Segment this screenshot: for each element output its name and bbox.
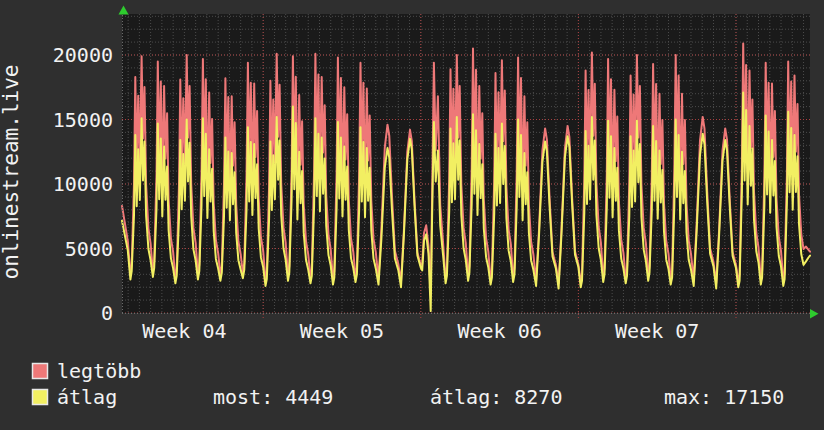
stats-row: most: 4449 átlag: 8270 max: 17150 bbox=[213, 385, 784, 409]
legend: legtöbb átlag bbox=[33, 359, 142, 409]
legend-label-avg: átlag bbox=[57, 385, 117, 409]
rrd-graph-panel: 05000100001500020000 Week 04Week 05Week … bbox=[0, 0, 824, 430]
stat-atlag: átlag: 8270 bbox=[430, 385, 562, 409]
y-tick-label: 5000 bbox=[65, 237, 113, 261]
y-axis-arrow-icon bbox=[119, 6, 129, 15]
x-tick-label: Week 04 bbox=[142, 319, 226, 343]
x-axis-arrow-icon bbox=[810, 309, 819, 319]
legend-label-max: legtöbb bbox=[57, 359, 141, 383]
y-tick-label: 10000 bbox=[53, 172, 113, 196]
x-tick-label: Week 05 bbox=[300, 319, 384, 343]
y-tick-label: 20000 bbox=[53, 43, 113, 67]
x-axis-labels: Week 04Week 05Week 06Week 07 bbox=[142, 319, 699, 343]
y-axis-labels: 05000100001500020000 bbox=[53, 43, 113, 325]
stat-max: max: 17150 bbox=[664, 385, 784, 409]
y-tick-label: 0 bbox=[101, 301, 113, 325]
legend-swatch-max bbox=[33, 364, 48, 379]
y-tick-label: 15000 bbox=[53, 108, 113, 132]
stat-most: most: 4449 bbox=[213, 385, 333, 409]
legend-swatch-avg bbox=[33, 390, 48, 405]
graph-title-vertical: onlinestream.live bbox=[0, 65, 23, 280]
x-tick-label: Week 06 bbox=[457, 319, 541, 343]
traffic-graph: 05000100001500020000 Week 04Week 05Week … bbox=[0, 0, 824, 430]
x-tick-label: Week 07 bbox=[615, 319, 699, 343]
